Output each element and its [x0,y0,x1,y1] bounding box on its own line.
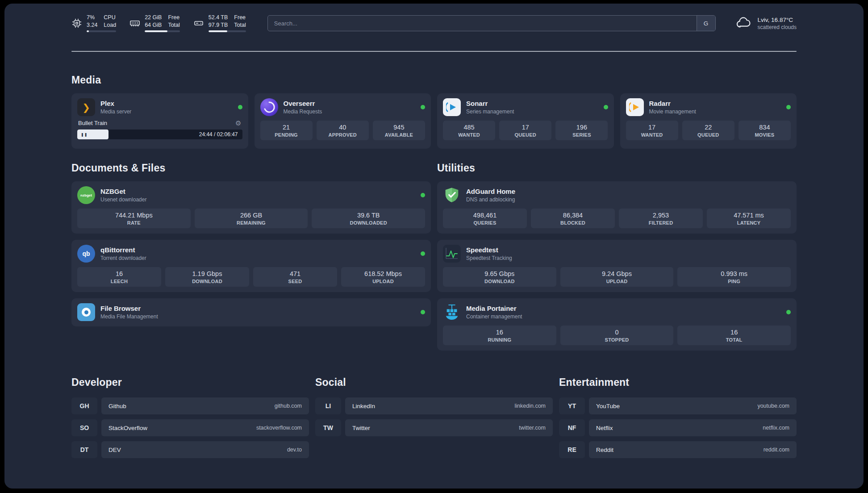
stat-tile: 471SEED [253,267,337,287]
ram-progress-bar [145,30,180,32]
service-card-sonarr[interactable]: Sonarr Series management 485WANTED 17QUE… [437,93,614,149]
service-card-qbittorrent[interactable]: qb qBittorrent Torrent downloader 16LEEC… [71,240,431,292]
bookmark-reddit[interactable]: RE Redditreddit.com [559,441,797,458]
service-card-overseerr[interactable]: Overseerr Media Requests 21PENDING 40APP… [255,93,431,149]
plex-icon: ❯ [77,98,95,116]
section-title-media: Media [71,74,797,86]
cpu-load-value: 3.24 [87,22,97,28]
search-engine-button[interactable]: G [697,16,715,31]
service-card-portainer[interactable]: Media Portainer Container management 16R… [437,298,797,351]
bookmark-abbr: GH [71,397,97,414]
service-card-adguard[interactable]: AdGuard Home DNS and adblocking 498,461Q… [437,181,797,234]
bookmark-stackoverflow[interactable]: SO StackOverflowstackoverflow.com [71,419,309,436]
bookmark-abbr: RE [559,441,585,458]
filebrowser-icon [77,303,95,321]
portainer-icon [443,303,461,321]
bookmark-abbr: LI [315,397,341,414]
bookmark-netflix[interactable]: NF Netflixnetflix.com [559,419,797,436]
service-name: Media Portainer [466,305,522,312]
service-subtitle: DNS and adblocking [466,196,515,203]
bookmark-linkedin[interactable]: LI LinkedInlinkedin.com [315,397,553,414]
settings-gear-icon[interactable]: ⚙ [235,120,241,126]
service-subtitle: Usenet downloader [100,196,146,203]
stat-tile: 40APPROVED [317,121,369,140]
sonarr-icon [443,98,461,116]
service-name: File Browser [100,305,158,312]
bookmark-abbr: TW [315,419,341,436]
service-name: Radarr [649,100,696,107]
pause-icon[interactable]: ❚❚ [81,133,88,137]
disk-total-value: 97.9 TB [209,22,228,28]
service-subtitle: Media File Management [100,313,158,320]
cpu-metric: 7%3.24 CPULoad [71,14,116,32]
ram-total-value: 64 GiB [145,22,162,28]
cpu-load-label: Load [104,22,116,28]
service-name: Speedtest [466,246,512,254]
service-subtitle: Speedtest Tracking [466,255,512,261]
bookmark-youtube[interactable]: YT YouTubeyoutube.com [559,397,797,414]
stat-tile: 485WANTED [443,121,495,140]
cloud-icon [735,16,752,31]
dashboard-root: 7%3.24 CPULoad 22 GiB64 GiB FreeTotal [4,4,864,489]
bookmarks-social: Social LI LinkedInlinkedin.com TW Twitte… [315,376,553,458]
playback-progress-bar[interactable]: ❚❚ 24:44 / 02:06:47 [77,130,242,139]
status-dot [421,193,425,197]
section-title-utilities: Utilities [437,162,797,174]
topbar: 7%3.24 CPULoad 22 GiB64 GiB FreeTotal [71,14,797,32]
stat-tile: 618.52 MbpsUPLOAD [341,267,425,287]
disk-free-label: Free [234,14,246,21]
search-bar: G [267,15,716,31]
system-metrics: 7%3.24 CPULoad 22 GiB64 GiB FreeTotal [71,14,246,32]
overseerr-icon [260,98,278,116]
stat-tile: 498,461QUERIES [443,209,527,228]
stat-tile: 1.19 GbpsDOWNLOAD [165,267,249,287]
stat-tile: 9.24 GbpsUPLOAD [560,267,674,287]
status-dot [604,105,608,109]
qbittorrent-icon: qb [77,245,95,263]
service-name: AdGuard Home [466,188,515,195]
weather-location: Lviv, 16.87°C [758,17,797,23]
stat-tile: 834MOVIES [739,121,791,140]
adguard-icon [443,186,461,204]
bookmark-twitter[interactable]: TW Twittertwitter.com [315,419,553,436]
disk-icon [193,18,204,29]
search-input[interactable] [268,20,697,27]
disk-metric: 52.4 TB97.9 TB FreeTotal [193,14,246,32]
service-subtitle: Media server [100,109,131,115]
service-card-radarr[interactable]: Radarr Movie management 17WANTED 22QUEUE… [620,93,797,149]
stat-tile: 945AVAILABLE [373,121,425,140]
stat-tile: 266 GBREMAINING [195,209,308,228]
stat-tile: 2,953FILTERED [619,209,703,228]
now-playing-title: Bullet Train [78,120,107,126]
service-card-speedtest[interactable]: Speedtest Speedtest Tracking 9.65 GbpsDO… [437,240,797,292]
bookmark-abbr: DT [71,441,97,458]
status-dot [421,310,425,314]
disk-progress-bar [209,30,246,32]
speedtest-icon [443,245,461,263]
bookmark-dev[interactable]: DT DEVdev.to [71,441,309,458]
bookmark-abbr: YT [559,397,585,414]
stat-tile: 0.993 msPING [677,267,791,287]
bookmarks-entertainment: Entertainment YT YouTubeyoutube.com NF N… [559,376,797,458]
ram-metric: 22 GiB64 GiB FreeTotal [129,14,180,32]
stat-tile: 16LEECH [77,267,161,287]
cpu-percent: 7% [87,14,97,21]
stat-tile: 196SERIES [555,121,608,140]
service-subtitle: Torrent downloader [100,255,146,261]
status-dot [786,105,791,109]
disk-free-value: 52.4 TB [209,14,228,21]
weather-condition: scattered clouds [758,24,797,30]
stat-tile: 17WANTED [626,121,678,140]
media-grid: ❯ Plex Media server Bullet Train ⚙ ❚❚ 24… [71,93,797,149]
service-card-plex[interactable]: ❯ Plex Media server Bullet Train ⚙ ❚❚ 24… [71,93,248,149]
service-subtitle: Media Requests [284,109,322,115]
bookmark-github[interactable]: GH Githubgithub.com [71,397,309,414]
status-dot [421,251,425,256]
service-card-nzbget[interactable]: nzbget NZBGet Usenet downloader 744.21 M… [71,181,431,234]
section-title-entertainment: Entertainment [559,376,797,389]
stat-tile: 39.6 TBDOWNLOADED [312,209,425,228]
stat-tile: 86,384BLOCKED [531,209,615,228]
service-card-filebrowser[interactable]: File Browser Media File Management [71,298,431,326]
weather-widget[interactable]: Lviv, 16.87°C scattered clouds [735,16,797,31]
service-subtitle: Movie management [649,109,696,115]
